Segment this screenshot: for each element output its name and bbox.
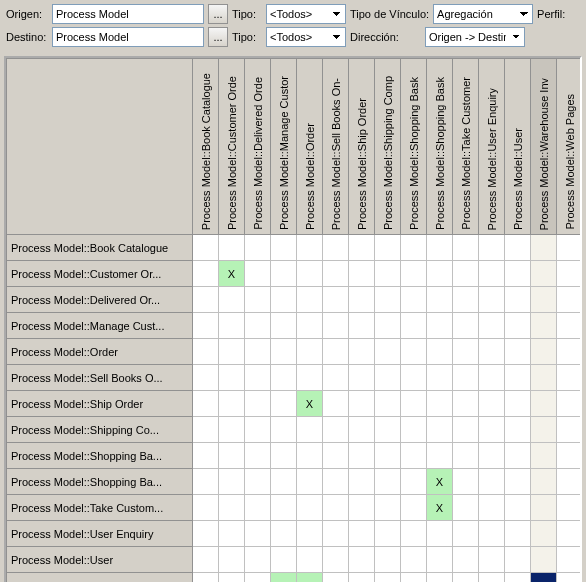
- matrix-cell[interactable]: [271, 261, 297, 287]
- matrix-cell[interactable]: [505, 417, 531, 443]
- matrix-cell[interactable]: X: [219, 261, 245, 287]
- matrix-cell[interactable]: [219, 521, 245, 547]
- matrix-cell[interactable]: [219, 339, 245, 365]
- matrix-cell[interactable]: [323, 235, 349, 261]
- column-header[interactable]: Process Model::Shopping Bask: [401, 59, 427, 235]
- matrix-cell[interactable]: [505, 443, 531, 469]
- tipo-vinculo-select[interactable]: Agregación: [433, 4, 533, 24]
- matrix-cell[interactable]: [323, 547, 349, 573]
- matrix-cell[interactable]: [349, 365, 375, 391]
- matrix-cell[interactable]: [219, 391, 245, 417]
- matrix-cell[interactable]: [193, 391, 219, 417]
- matrix-cell[interactable]: [453, 313, 479, 339]
- row-header[interactable]: Process Model::Shipping Co...: [7, 417, 193, 443]
- matrix-cell[interactable]: X: [427, 495, 453, 521]
- matrix-cell[interactable]: [297, 495, 323, 521]
- row-header[interactable]: Process Model::User Enquiry: [7, 521, 193, 547]
- matrix-cell[interactable]: [427, 547, 453, 573]
- matrix-cell[interactable]: [479, 547, 505, 573]
- matrix-cell[interactable]: [193, 495, 219, 521]
- matrix-cell[interactable]: [375, 287, 401, 313]
- matrix-cell[interactable]: [193, 287, 219, 313]
- matrix-cell[interactable]: [401, 339, 427, 365]
- matrix-cell[interactable]: [479, 339, 505, 365]
- matrix-cell[interactable]: [453, 443, 479, 469]
- matrix-cell[interactable]: [323, 287, 349, 313]
- matrix-cell[interactable]: [271, 547, 297, 573]
- matrix-cell[interactable]: [401, 235, 427, 261]
- row-header[interactable]: Process Model::Customer Or...: [7, 261, 193, 287]
- matrix-cell[interactable]: [219, 495, 245, 521]
- matrix-cell[interactable]: [349, 339, 375, 365]
- matrix-cell[interactable]: [453, 573, 479, 583]
- matrix-cell[interactable]: [219, 235, 245, 261]
- matrix-cell[interactable]: [427, 573, 453, 583]
- matrix-cell[interactable]: [349, 443, 375, 469]
- matrix-cell[interactable]: [219, 469, 245, 495]
- matrix-cell[interactable]: [427, 365, 453, 391]
- column-header[interactable]: Process Model::Book Catalogue: [193, 59, 219, 235]
- matrix-cell[interactable]: [427, 235, 453, 261]
- matrix-cell[interactable]: [531, 235, 557, 261]
- column-header[interactable]: Process Model::Shopping Bask: [427, 59, 453, 235]
- matrix-cell[interactable]: [557, 417, 583, 443]
- matrix-cell[interactable]: [349, 547, 375, 573]
- matrix-cell[interactable]: [349, 521, 375, 547]
- matrix-cell[interactable]: [479, 443, 505, 469]
- matrix-cell[interactable]: [505, 547, 531, 573]
- matrix-cell[interactable]: [245, 287, 271, 313]
- matrix-cell[interactable]: [453, 417, 479, 443]
- matrix-cell[interactable]: [401, 417, 427, 443]
- matrix-cell[interactable]: [427, 417, 453, 443]
- matrix-cell[interactable]: [557, 573, 583, 583]
- matrix-cell[interactable]: [427, 391, 453, 417]
- matrix-cell[interactable]: [193, 547, 219, 573]
- matrix-cell[interactable]: [349, 287, 375, 313]
- matrix-cell[interactable]: [323, 365, 349, 391]
- matrix-cell[interactable]: [245, 339, 271, 365]
- matrix-cell[interactable]: [245, 391, 271, 417]
- matrix-cell[interactable]: X: [531, 573, 557, 583]
- matrix-cell[interactable]: [531, 495, 557, 521]
- direccion-select[interactable]: Origen -> Destino: [425, 27, 525, 47]
- matrix-cell[interactable]: [193, 261, 219, 287]
- matrix-cell[interactable]: [453, 339, 479, 365]
- matrix-cell[interactable]: [349, 261, 375, 287]
- matrix-cell[interactable]: [505, 495, 531, 521]
- matrix-cell[interactable]: [401, 261, 427, 287]
- matrix-cell[interactable]: [271, 287, 297, 313]
- matrix-cell[interactable]: [323, 313, 349, 339]
- row-header[interactable]: Process Model::Warehouse I...: [7, 573, 193, 583]
- matrix-cell[interactable]: [245, 573, 271, 583]
- matrix-cell[interactable]: [245, 365, 271, 391]
- matrix-cell[interactable]: [245, 469, 271, 495]
- matrix-cell[interactable]: [271, 521, 297, 547]
- matrix-cell[interactable]: [297, 235, 323, 261]
- row-header[interactable]: Process Model::Manage Cust...: [7, 313, 193, 339]
- matrix-cell[interactable]: [245, 495, 271, 521]
- matrix-cell[interactable]: [557, 339, 583, 365]
- matrix-cell[interactable]: [427, 443, 453, 469]
- matrix-cell[interactable]: [271, 495, 297, 521]
- matrix-cell[interactable]: [375, 547, 401, 573]
- matrix-cell[interactable]: [401, 547, 427, 573]
- column-header[interactable]: Process Model::Take Customer: [453, 59, 479, 235]
- matrix-cell[interactable]: [297, 469, 323, 495]
- matrix-cell[interactable]: [323, 391, 349, 417]
- column-header[interactable]: Process Model::Order: [297, 59, 323, 235]
- matrix-cell[interactable]: [323, 469, 349, 495]
- matrix-cell[interactable]: [375, 339, 401, 365]
- matrix-cell[interactable]: [323, 417, 349, 443]
- column-header[interactable]: Process Model::Customer Orde: [219, 59, 245, 235]
- matrix-cell[interactable]: [453, 391, 479, 417]
- matrix-cell[interactable]: [271, 391, 297, 417]
- matrix-cell[interactable]: [557, 287, 583, 313]
- matrix-cell[interactable]: [193, 235, 219, 261]
- matrix-cell[interactable]: [271, 443, 297, 469]
- matrix-cell[interactable]: [193, 417, 219, 443]
- matrix-cell[interactable]: [323, 339, 349, 365]
- matrix-cell[interactable]: [297, 313, 323, 339]
- matrix-cell[interactable]: [505, 469, 531, 495]
- matrix-cell[interactable]: [375, 573, 401, 583]
- matrix-cell[interactable]: [505, 521, 531, 547]
